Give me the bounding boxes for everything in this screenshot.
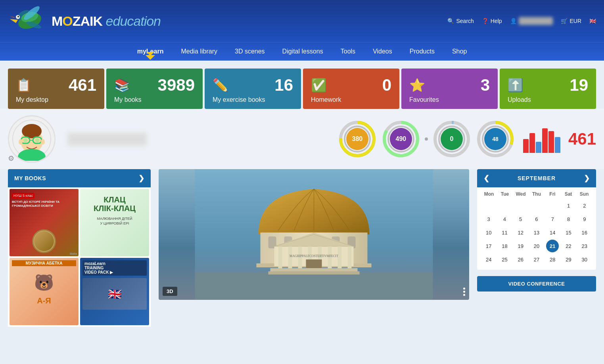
search-button[interactable]: 🔍 Search xyxy=(447,18,474,24)
cal-day-28[interactable]: 28 xyxy=(546,253,559,266)
svg-marker-6 xyxy=(10,16,15,18)
nav-mylearn-wrapper: myLearn xyxy=(128,48,173,55)
book-item-1[interactable]: НУШ 5 клас ВСТУП ДО ІСТОРІЇ УКРАЇНИ ТА Г… xyxy=(10,189,79,256)
cal-day-12[interactable]: 12 xyxy=(514,226,527,239)
books-count: 3989 xyxy=(158,76,195,95)
desktop-icon: 📋 xyxy=(16,78,32,93)
cal-day-8[interactable]: 8 xyxy=(562,213,575,225)
cal-day-10[interactable]: 10 xyxy=(482,226,495,239)
tile-books[interactable]: 📚 3989 My books xyxy=(106,69,203,109)
profile-section: ⚙ User Name Here 380 490 xyxy=(0,109,604,169)
viewer-background: MAGRIPPALFCOSTERTIVMFECIT 3D xyxy=(159,169,469,300)
cal-day-17[interactable]: 17 xyxy=(482,240,495,252)
search-label: Search xyxy=(456,18,474,24)
calendar-prev[interactable]: ❮ xyxy=(483,174,489,183)
cal-day-6[interactable]: 6 xyxy=(530,213,543,225)
svg-rect-37 xyxy=(195,272,433,300)
user-menu[interactable]: 👤 User Name xyxy=(510,17,553,25)
cal-day-27[interactable]: 27 xyxy=(530,253,543,266)
day-header-tue: Tue xyxy=(497,191,513,197)
svg-rect-57 xyxy=(268,271,360,274)
cal-day-29[interactable]: 29 xyxy=(562,253,575,266)
favourites-label: Favourites xyxy=(409,96,490,103)
cal-day-24[interactable]: 24 xyxy=(482,253,495,266)
cal-day-16[interactable]: 16 xyxy=(578,226,591,239)
help-button[interactable]: ❓ Help xyxy=(482,18,502,24)
cal-day-20[interactable]: 20 xyxy=(530,240,543,252)
bar-4 xyxy=(542,128,548,153)
currency-label: EUR xyxy=(569,18,581,24)
cal-day-13[interactable]: 13 xyxy=(530,226,543,239)
help-label: Help xyxy=(491,18,502,24)
viewer-more-button[interactable] xyxy=(463,288,465,296)
calendar-day-headers: Mon Tue Wed Thu Fri Sat Sun xyxy=(481,191,592,199)
cal-day-18[interactable]: 18 xyxy=(498,240,511,252)
cart-icon: 🛒 xyxy=(561,18,568,24)
calendar-next[interactable]: ❯ xyxy=(584,174,590,183)
cal-day-1[interactable]: 1 xyxy=(562,199,575,212)
cal-day-4[interactable]: 4 xyxy=(498,213,511,225)
cal-day-26[interactable]: 26 xyxy=(514,253,527,266)
homework-label: Homework xyxy=(311,96,391,103)
nav-item-videos[interactable]: Videos xyxy=(364,42,401,61)
search-icon: 🔍 xyxy=(447,18,454,24)
uploads-count: 19 xyxy=(569,76,588,95)
cal-day-30[interactable]: 30 xyxy=(578,253,591,266)
my-books-panel: MY BOOKS ❯ НУШ 5 клас ВСТУП ДО ІСТОРІЇ У… xyxy=(8,169,151,327)
language-selector[interactable]: 🇬🇧 xyxy=(589,18,596,24)
cal-day-3[interactable]: 3 xyxy=(482,213,495,225)
cal-day-14[interactable]: 14 xyxy=(546,226,559,239)
calendar-days: 1 2 3 4 5 6 7 8 9 10 11 12 13 14 15 xyxy=(481,199,592,266)
tile-homework-top: ✅ 0 xyxy=(311,76,391,95)
cal-day-5[interactable]: 5 xyxy=(514,213,527,225)
tile-favourites[interactable]: ⭐ 3 Favourites xyxy=(401,69,498,109)
cal-day-23[interactable]: 23 xyxy=(578,240,591,252)
cal-day-2[interactable]: 2 xyxy=(578,199,591,212)
nav-item-products[interactable]: Products xyxy=(401,42,443,61)
book-item-4[interactable]: mozaLearnTRAININGVIDEO PACK ▶ 🇬🇧 xyxy=(80,258,149,325)
nav-item-lessons[interactable]: Digital lessons xyxy=(274,42,332,61)
bar-5 xyxy=(548,131,554,153)
bar-6 xyxy=(555,137,560,153)
dot-separator xyxy=(425,137,428,141)
day-header-sun: Sun xyxy=(576,191,592,197)
nav-item-scenes[interactable]: 3D scenes xyxy=(226,42,274,61)
svg-rect-56 xyxy=(270,268,358,271)
cal-day-22[interactable]: 22 xyxy=(562,240,575,252)
cal-day-9[interactable]: 9 xyxy=(578,213,591,225)
svg-point-11 xyxy=(22,124,42,138)
svg-point-16 xyxy=(35,138,39,142)
nav-item-tools[interactable]: Tools xyxy=(332,42,364,61)
calendar-month: SEPTEMBER xyxy=(518,175,556,181)
nav-bar: myLearn Media library 3D scenes Digital … xyxy=(0,42,604,61)
currency-selector[interactable]: 🛒 EUR xyxy=(561,18,581,24)
book-item-3[interactable]: МУЗИЧНА АБЕТКА 🐻 А-Я xyxy=(10,258,79,325)
pantheon-3d-view: MAGRIPPALFCOSTERTIVMFECIT xyxy=(159,169,469,300)
bar-chart xyxy=(523,125,560,153)
nav-item-media[interactable]: Media library xyxy=(172,42,226,61)
tile-uploads[interactable]: ⬆️ 19 Uploads xyxy=(500,69,596,109)
nav-item-shop[interactable]: Shop xyxy=(443,42,476,61)
circle-0-value: 0 xyxy=(450,135,453,143)
video-conference-button[interactable]: VIDEO CONFERENCE xyxy=(477,276,596,292)
cal-day-11[interactable]: 11 xyxy=(498,226,511,239)
cal-day-21-today[interactable]: 21 xyxy=(546,240,559,252)
svg-point-15 xyxy=(23,138,27,142)
homework-count: 0 xyxy=(382,76,391,95)
my-books-arrow[interactable]: ❯ xyxy=(138,174,145,183)
cal-day-7[interactable]: 7 xyxy=(546,213,559,225)
user-name: User Name xyxy=(519,17,553,25)
cal-day-19[interactable]: 19 xyxy=(514,240,527,252)
avatar-settings-icon[interactable]: ⚙ xyxy=(8,154,14,163)
tile-favourites-top: ⭐ 3 xyxy=(409,76,490,95)
cal-day-15[interactable]: 15 xyxy=(562,226,575,239)
cal-day-25[interactable]: 25 xyxy=(498,253,511,266)
tile-desktop[interactable]: 📋 461 My desktop xyxy=(8,69,104,109)
books-label: My books xyxy=(114,96,195,103)
user-icon: 👤 xyxy=(510,18,517,24)
tile-homework[interactable]: ✅ 0 Homework xyxy=(303,69,399,109)
svg-rect-59 xyxy=(306,259,322,268)
day-header-fri: Fri xyxy=(545,191,560,197)
book-item-2[interactable]: КЛАЦКЛІК-КЛАЦ МАЛЮВАННЯ ДІТЕЙУ ЦИФРОВІЙ … xyxy=(80,189,149,256)
tile-exercise[interactable]: ✏️ 16 My exercise books xyxy=(205,69,301,109)
